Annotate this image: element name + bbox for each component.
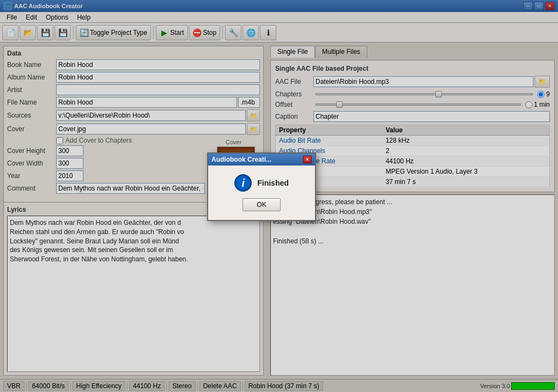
dialog-ok-button[interactable]: OK: [242, 198, 281, 211]
finished-dialog: Audiobook Creati... ✕ i Finished OK: [207, 152, 316, 221]
dialog-close-button[interactable]: ✕: [303, 156, 312, 163]
dialog-title-bar: Audiobook Creati... ✕: [208, 154, 315, 166]
dialog-message-row: i Finished: [234, 174, 289, 192]
dialog-title-text: Audiobook Creati...: [211, 156, 303, 163]
dialog-overlay: Audiobook Creati... ✕ i Finished OK: [0, 0, 558, 392]
dialog-info-icon: i: [234, 174, 252, 192]
dialog-body: i Finished OK: [208, 166, 315, 220]
dialog-message-text: Finished: [257, 179, 289, 187]
